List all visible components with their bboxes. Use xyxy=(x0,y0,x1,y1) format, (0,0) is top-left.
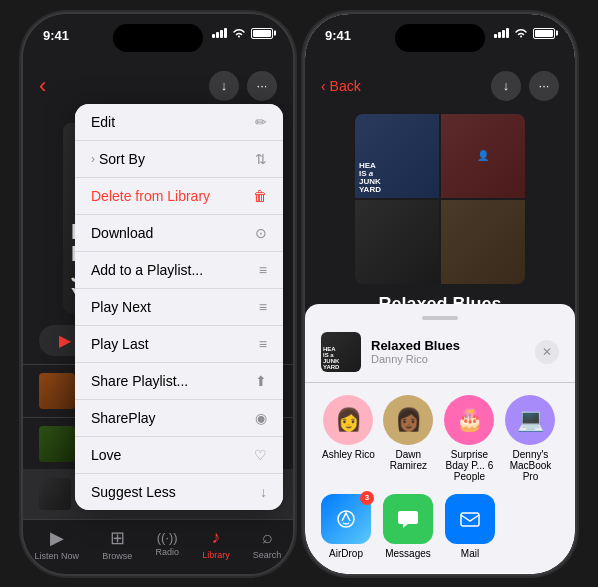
download-button-left[interactable]: ↓ xyxy=(209,71,239,101)
wifi-icon-right xyxy=(514,28,528,38)
menu-item-share-playlist[interactable]: Share Playlist... ⬆ xyxy=(75,363,283,400)
play-next-icon: ≡ xyxy=(259,299,267,315)
close-icon: ✕ xyxy=(542,345,552,359)
love-icon: ♡ xyxy=(254,447,267,463)
library-label: Library xyxy=(202,550,230,560)
svg-rect-1 xyxy=(461,513,479,526)
menu-item-sort[interactable]: › Sort By ⇅ xyxy=(75,141,283,178)
tab-browse[interactable]: ⊞ Browse xyxy=(102,527,132,561)
edit-icon: ✏ xyxy=(255,114,267,130)
app-messages[interactable]: Messages xyxy=(383,494,433,559)
wifi-icon xyxy=(232,28,246,38)
airdrop-label: AirDrop xyxy=(329,548,363,559)
menu-item-delete[interactable]: Delete from Library 🗑 xyxy=(75,178,283,215)
album-grid-right: HEAIS aJUNKYARD 👤 xyxy=(355,114,525,284)
menu-item-edit[interactable]: Edit ✏ xyxy=(75,104,283,141)
tab-listen-now[interactable]: ▶ Listen Now xyxy=(35,527,80,561)
app-mail[interactable]: Mail xyxy=(445,494,495,559)
copy-row[interactable]: Copy ⎘ xyxy=(321,573,559,574)
right-album-section: ‹ Back ↓ ··· HEAIS aJUNKYARD 👤 xyxy=(305,64,575,324)
status-icons-left xyxy=(212,28,273,39)
context-menu: Edit ✏ › Sort By ⇅ Delete from Library 🗑… xyxy=(75,104,283,510)
contact-avatar-dawn: 👩🏾 xyxy=(383,395,433,445)
tab-search[interactable]: ⌕ Search xyxy=(253,527,282,560)
suggest-less-label: Suggest Less xyxy=(91,484,176,500)
play-next-label: Play Next xyxy=(91,299,151,315)
share-close-button[interactable]: ✕ xyxy=(535,340,559,364)
contact-ashley[interactable]: 👩 Ashley Rico xyxy=(322,395,375,482)
radio-label: Radio xyxy=(155,547,179,557)
menu-item-shareplay[interactable]: SharePlay ◉ xyxy=(75,400,283,437)
browse-icon: ⊞ xyxy=(110,527,125,549)
delete-label: Delete from Library xyxy=(91,188,210,204)
share-sheet: HEAIS aJUNKYARD Relaxed Blues Danny Rico… xyxy=(305,304,575,574)
download-button-right[interactable]: ↓ xyxy=(491,71,521,101)
sort-label: Sort By xyxy=(99,151,145,167)
download-label: Download xyxy=(91,225,153,241)
download-icon-right: ↓ xyxy=(503,78,510,93)
more-icon-right: ··· xyxy=(539,78,550,93)
grid-cell-1: HEAIS aJUNKYARD xyxy=(355,114,439,198)
menu-item-add-playlist[interactable]: Add to a Playlist... ≡ xyxy=(75,252,283,289)
play-last-label: Play Last xyxy=(91,336,149,352)
tab-library[interactable]: ♪ Library xyxy=(202,527,230,560)
signal-icon-right xyxy=(494,28,509,38)
contact-macbook[interactable]: 💻 Denny's MacBook Pro xyxy=(503,395,558,482)
menu-item-play-last[interactable]: Play Last ≡ xyxy=(75,326,283,363)
grid-cell-3 xyxy=(355,200,439,284)
dynamic-island-right xyxy=(395,24,485,52)
nav-bar-left: ‹ ↓ ··· xyxy=(23,64,293,108)
track-thumb-1 xyxy=(39,373,75,409)
contact-avatar-ashley: 👩 xyxy=(323,395,373,445)
share-sheet-header: HEAIS aJUNKYARD Relaxed Blues Danny Rico… xyxy=(305,332,575,383)
battery-icon xyxy=(251,28,273,39)
add-playlist-label: Add to a Playlist... xyxy=(91,262,203,278)
add-playlist-icon: ≡ xyxy=(259,262,267,278)
back-button-left[interactable]: ‹ xyxy=(39,73,46,99)
battery-icon-right xyxy=(533,28,555,39)
status-time-left: 9:41 xyxy=(43,28,69,43)
tab-radio[interactable]: ((·)) Radio xyxy=(155,530,179,557)
shareplay-menu-label: SharePlay xyxy=(91,410,156,426)
more-button-right[interactable]: ··· xyxy=(529,71,559,101)
airdrop-badge: 3 xyxy=(360,491,374,505)
status-time-right: 9:41 xyxy=(325,28,351,43)
download-list-icon: ⊙ xyxy=(255,225,267,241)
contact-name-surprise: Surprise Bday P... 6 People xyxy=(442,449,497,482)
contact-dawn[interactable]: 👩🏾 Dawn Ramirez xyxy=(381,395,436,482)
grid-cell-4 xyxy=(441,200,525,284)
menu-item-love[interactable]: Love ♡ xyxy=(75,437,283,474)
contact-name-ashley: Ashley Rico xyxy=(322,449,375,460)
more-icon: ··· xyxy=(257,78,268,93)
mail-label: Mail xyxy=(461,548,479,559)
back-button-right[interactable]: ‹ Back xyxy=(321,78,361,94)
grid-cell-2: 👤 xyxy=(441,114,525,198)
share-subtitle: Danny Rico xyxy=(371,353,525,365)
status-icons-right xyxy=(494,28,555,39)
search-icon: ⌕ xyxy=(262,527,273,548)
sort-icon: ⇅ xyxy=(255,151,267,167)
mail-icon xyxy=(445,494,495,544)
listen-now-icon: ▶ xyxy=(50,527,64,549)
listen-now-label: Listen Now xyxy=(35,551,80,561)
delete-icon: 🗑 xyxy=(253,188,267,204)
play-last-icon: ≡ xyxy=(259,336,267,352)
signal-icon xyxy=(212,28,227,38)
app-airdrop[interactable]: 3 AirDrop xyxy=(321,494,371,559)
contacts-row: 👩 Ashley Rico 👩🏾 Dawn Ramirez 🎂 Surprise… xyxy=(305,383,575,490)
edit-label: Edit xyxy=(91,114,115,130)
menu-item-suggest-less[interactable]: Suggest Less ↓ xyxy=(75,474,283,510)
more-button-left[interactable]: ··· xyxy=(247,71,277,101)
love-label: Love xyxy=(91,447,121,463)
left-phone: 9:41 ‹ xyxy=(23,14,293,574)
menu-item-download[interactable]: Download ⊙ xyxy=(75,215,283,252)
menu-item-play-next[interactable]: Play Next ≡ xyxy=(75,289,283,326)
track-thumb-2 xyxy=(39,426,75,462)
right-phone: 9:41 xyxy=(305,14,575,574)
radio-icon: ((·)) xyxy=(157,530,178,545)
contact-name-macbook: Denny's MacBook Pro xyxy=(503,449,558,482)
share-title: Relaxed Blues xyxy=(371,338,525,353)
contact-surprise[interactable]: 🎂 Surprise Bday P... 6 People xyxy=(442,395,497,482)
library-icon: ♪ xyxy=(211,527,220,548)
download-icon: ↓ xyxy=(221,78,228,93)
